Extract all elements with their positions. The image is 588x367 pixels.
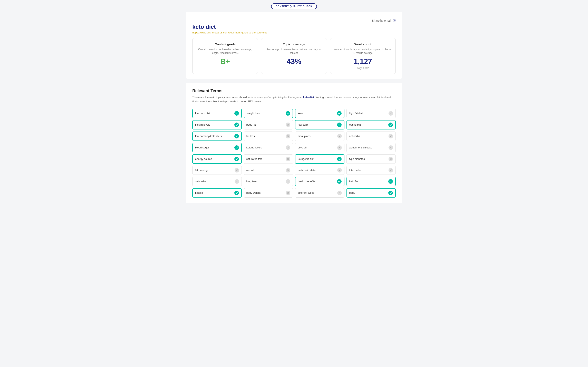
word-count-avg: Avg: 3,812 (334, 67, 392, 69)
term-item[interactable]: low carbohydrate diets (192, 132, 242, 141)
word-count-desc: Number of words in your content, compare… (334, 48, 392, 55)
topic-coverage-desc: Percentage of relevant terms that are us… (265, 48, 323, 55)
term-label: type diabetes (349, 157, 387, 160)
x-icon (286, 191, 290, 195)
term-item[interactable]: alzheimer's disease (346, 143, 396, 152)
relevant-terms-title: Relevant Terms (192, 89, 396, 93)
quality-check-button[interactable]: CONTENT QUALITY CHECK (271, 3, 317, 9)
word-count-title: Word count (334, 42, 392, 46)
check-icon (234, 191, 239, 195)
term-item[interactable]: net carbs (192, 177, 242, 186)
term-label: energy source (195, 157, 233, 160)
check-icon (234, 145, 239, 150)
check-icon (337, 157, 342, 161)
term-item[interactable]: ketogenic diet (295, 154, 345, 164)
term-item[interactable]: body fat (244, 120, 293, 129)
term-item[interactable]: ketosis (192, 188, 242, 198)
x-icon (286, 168, 290, 173)
check-icon (234, 123, 239, 127)
word-count-card: Word count Number of words in your conte… (330, 38, 396, 74)
term-item[interactable]: metabolic state (295, 166, 345, 175)
term-label: ketogenic diet (298, 157, 336, 160)
check-icon (337, 111, 342, 116)
check-icon (388, 191, 393, 195)
term-label: olive oil (298, 146, 336, 149)
term-item[interactable]: low carb diet (192, 109, 242, 118)
term-item[interactable]: fat burning (192, 166, 242, 175)
term-item[interactable]: net carbs (346, 132, 396, 141)
x-icon (286, 179, 290, 184)
check-icon (234, 157, 239, 161)
check-icon (388, 123, 393, 127)
term-label: insulin levels (195, 123, 233, 126)
term-item[interactable]: blood sugar (192, 143, 242, 152)
share-label: Share by email (372, 19, 391, 22)
term-label: saturated fats (246, 157, 285, 160)
term-label: net carbs (195, 180, 233, 183)
term-label: high fat diet (349, 112, 387, 115)
topic-coverage-title: Topic coverage (265, 42, 323, 46)
term-item[interactable]: keto flu (346, 177, 396, 186)
term-item[interactable]: total carbs (346, 166, 396, 175)
term-label: low carb (298, 123, 336, 126)
content-grade-value: B+ (196, 57, 254, 66)
keyword-link[interactable]: keto diet (303, 96, 314, 99)
term-item[interactable]: fat loss (244, 132, 293, 141)
term-label: keto (298, 112, 336, 115)
x-icon (389, 134, 393, 138)
check-icon (234, 134, 239, 138)
term-label: body fat (246, 123, 285, 126)
topic-coverage-card: Topic coverage Percentage of relevant te… (261, 38, 327, 74)
x-icon (286, 123, 290, 127)
term-item[interactable]: ketone levels (244, 143, 293, 152)
x-icon (286, 145, 290, 150)
x-icon (234, 168, 239, 173)
term-label: ketosis (195, 191, 233, 194)
content-grade-title: Content grade (196, 42, 254, 46)
x-icon (337, 134, 342, 138)
term-item[interactable]: eating plan (346, 120, 396, 129)
page-url[interactable]: https://www.ditchthecarbs.com/beginners-… (192, 31, 396, 34)
term-label: health benefits (298, 180, 336, 183)
term-label: body weight (246, 191, 285, 194)
term-label: ketone levels (246, 146, 285, 149)
term-item[interactable]: saturated fats (244, 154, 293, 164)
check-icon (388, 179, 393, 184)
terms-grid: low carb diet weight loss keto high fat … (192, 109, 396, 198)
term-item[interactable]: long term (244, 177, 293, 186)
x-icon (337, 168, 342, 173)
term-label: fat burning (195, 169, 233, 172)
term-label: mct oil (246, 169, 285, 172)
term-item[interactable]: type diabetes (346, 154, 396, 164)
page-title: keto diet (192, 24, 396, 30)
term-item[interactable]: body (346, 188, 396, 198)
term-item[interactable]: health benefits (295, 177, 345, 186)
x-icon (389, 111, 393, 116)
term-item[interactable]: weight loss (244, 109, 293, 118)
term-item[interactable]: olive oil (295, 143, 345, 152)
term-label: metabolic state (298, 169, 336, 172)
term-item[interactable]: high fat diet (346, 109, 396, 118)
term-item[interactable]: body weight (244, 188, 293, 198)
term-label: eating plan (349, 123, 387, 126)
term-label: low carb diet (195, 112, 233, 115)
check-icon (234, 111, 239, 116)
term-item[interactable]: low carb (295, 120, 345, 129)
term-label: weight loss (247, 112, 284, 115)
term-label: keto flu (349, 180, 387, 183)
term-label: alzheimer's disease (349, 146, 387, 149)
term-item[interactable]: meal plans (295, 132, 345, 141)
email-icon[interactable]: ✉ (393, 18, 396, 23)
word-count-value: 1,127 (334, 57, 392, 66)
term-item[interactable]: mct oil (244, 166, 293, 175)
term-item[interactable]: different types (295, 188, 345, 198)
term-item[interactable]: insulin levels (192, 120, 242, 129)
topic-coverage-value: 43% (265, 57, 323, 66)
term-label: low carbohydrate diets (195, 134, 233, 138)
x-icon (286, 134, 290, 138)
term-item[interactable]: keto (295, 109, 345, 118)
x-icon (389, 168, 393, 173)
x-icon (337, 145, 342, 150)
term-item[interactable]: energy source (192, 154, 242, 164)
term-label: total carbs (349, 169, 387, 172)
